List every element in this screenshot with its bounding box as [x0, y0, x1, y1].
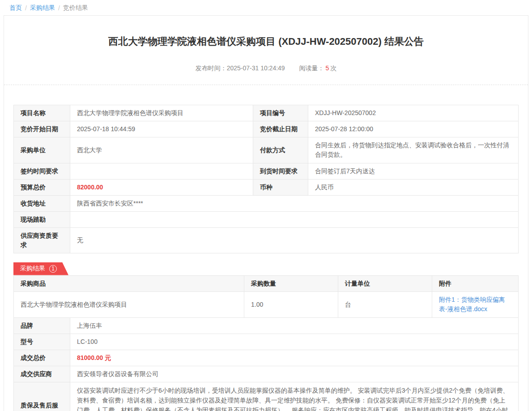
- table-row: 品牌 上海伍丰: [14, 317, 519, 334]
- table-row: 供应商资质要求 无: [14, 227, 519, 253]
- purchaser-value: 西北大学: [70, 137, 253, 163]
- view-count-value: 5: [326, 64, 329, 72]
- announcement-card: 西北大学物理学院液相色谱仪采购项目 (XDJJ-HW-202507002) 结果…: [4, 15, 528, 411]
- attachment-column-header: 附件: [432, 275, 519, 291]
- supplier-qualification-value: 无: [70, 227, 519, 253]
- project-info-table: 项目名称 西北大学物理学院液相色谱仪采购项目 项目编号 XDJJ-HW-2025…: [13, 105, 519, 253]
- breadcrumb-link-procurement-results[interactable]: 采购结果: [30, 4, 55, 12]
- unit-cell: 台: [338, 291, 432, 317]
- table-row: 签约时间要求 到货时间要求 合同签订后7天内送达: [14, 163, 519, 179]
- brand-label: 品牌: [14, 317, 70, 334]
- quantity-cell: 1.00: [244, 291, 338, 317]
- table-row: 收货地址 陕西省西安市长安区****: [14, 195, 519, 211]
- delivery-time-value: 合同签订后7天内送达: [308, 163, 519, 179]
- delivery-address-label: 收货地址: [14, 195, 70, 211]
- model-label: 型号: [14, 334, 70, 350]
- view-count: 阅读量：5次: [299, 64, 337, 72]
- table-row: 质保及售后服务 仪器安装调试时应进行不少于6小时的现场培训，受培训人员应能掌握仪…: [14, 382, 519, 411]
- attachment-cell: 附件1：货物类响应偏离表-液相色谱.docx: [432, 291, 519, 317]
- table-row: 现场踏勘: [14, 211, 519, 227]
- result-section-header: 采购结果 1: [13, 262, 519, 275]
- delivery-time-label: 到货时间要求: [253, 163, 308, 179]
- result-item-row: 西北大学物理学院液相色谱仪采购项目 1.00 台 附件1：货物类响应偏离表-液相…: [14, 291, 519, 317]
- bid-end-label: 竞价截止日期: [253, 121, 308, 137]
- breadcrumb-current-bidding-results: 竞价结果: [63, 4, 88, 12]
- table-row: 采购单位 西北大学 付款方式 合同生效后，待货物到达指定地点、安装调试验收合格后…: [14, 137, 519, 163]
- project-number-value: XDJJ-HW-202507002: [308, 105, 519, 121]
- warranty-service-value: 仪器安装调试时应进行不少于6小时的现场培训，受培训人员应能掌握仪器的基本操作及简…: [70, 382, 519, 411]
- budget-total-label: 预算总价: [14, 179, 70, 195]
- bid-start-label: 竞价开始日期: [14, 121, 70, 137]
- brand-value: 上海伍丰: [70, 317, 519, 334]
- procurement-result-table: 采购商品 采购数量 计量单位 附件 西北大学物理学院液相色谱仪采购项目 1.00…: [13, 275, 519, 411]
- table-row: 成交供应商 西安领导者仪器设备有限公司: [14, 366, 519, 382]
- project-number-label: 项目编号: [253, 105, 308, 121]
- view-count-unit: 次: [330, 64, 336, 72]
- winning-supplier-label: 成交供应商: [14, 366, 70, 382]
- product-column-header: 采购商品: [14, 275, 244, 291]
- publish-time-label: 发布时间：: [196, 64, 227, 72]
- bid-start-value: 2025-07-18 10:44:59: [70, 121, 253, 137]
- table-row: 成交总价 81000.00 元: [14, 350, 519, 366]
- deal-total-price-value: 81000.00 元: [70, 350, 519, 366]
- publish-meta: 发布时间：2025-07-31 10:24:49 阅读量：5次: [31, 64, 501, 73]
- attachment-link[interactable]: 附件1：货物类响应偏离表-液相色谱.docx: [439, 296, 505, 313]
- table-header-row: 采购商品 采购数量 计量单位 附件: [14, 275, 519, 291]
- result-badge-label: 采购结果: [20, 265, 45, 273]
- breadcrumb: 首页 / 采购结果 / 竞价结果: [0, 0, 532, 15]
- winning-supplier-value: 西安领导者仪器设备有限公司: [70, 366, 519, 382]
- table-row: 项目名称 西北大学物理学院液相色谱仪采购项目 项目编号 XDJJ-HW-2025…: [14, 105, 519, 121]
- announcement-header: 西北大学物理学院液相色谱仪采购项目 (XDJJ-HW-202507002) 结果…: [4, 16, 528, 85]
- payment-method-label: 付款方式: [253, 137, 308, 163]
- project-name-label: 项目名称: [14, 105, 70, 121]
- payment-method-value: 合同生效后，待货物到达指定地点、安装调试验收合格后，一次性付清合同货款。: [308, 137, 519, 163]
- site-survey-label: 现场踏勘: [14, 211, 70, 227]
- project-name-value: 西北大学物理学院液相色谱仪采购项目: [70, 105, 253, 121]
- currency-value: 人民币: [308, 179, 519, 195]
- table-row: 预算总价 82000.00 币种 人民币: [14, 179, 519, 195]
- breadcrumb-separator: /: [25, 4, 27, 12]
- page-title: 西北大学物理学院液相色谱仪采购项目 (XDJJ-HW-202507002) 结果…: [31, 35, 501, 48]
- product-name-cell: 西北大学物理学院液相色谱仪采购项目: [14, 291, 244, 317]
- currency-label: 币种: [253, 179, 308, 195]
- purchaser-label: 采购单位: [14, 137, 70, 163]
- result-badge: 采购结果 1: [13, 262, 68, 275]
- supplier-qualification-label: 供应商资质要求: [14, 227, 70, 253]
- deal-total-price-label: 成交总价: [14, 350, 70, 366]
- breadcrumb-link-home[interactable]: 首页: [9, 4, 22, 12]
- signing-time-label: 签约时间要求: [14, 163, 70, 179]
- table-row: 竞价开始日期 2025-07-18 10:44:59 竞价截止日期 2025-0…: [14, 121, 519, 137]
- announcement-body: 项目名称 西北大学物理学院液相色谱仪采购项目 项目编号 XDJJ-HW-2025…: [4, 85, 528, 411]
- model-value: LC-100: [70, 334, 519, 350]
- table-row: 型号 LC-100: [14, 334, 519, 350]
- signing-time-value: [70, 163, 253, 179]
- budget-total-value: 82000.00: [70, 179, 253, 195]
- warranty-service-label: 质保及售后服务: [14, 382, 70, 411]
- result-count-badge: 1: [49, 265, 57, 273]
- publish-time-value: 2025-07-31 10:24:49: [227, 64, 285, 72]
- site-survey-value: [70, 211, 519, 227]
- bid-end-value: 2025-07-28 12:00:00: [308, 121, 519, 137]
- quantity-column-header: 采购数量: [244, 275, 338, 291]
- delivery-address-value: 陕西省西安市长安区****: [70, 195, 519, 211]
- view-count-label: 阅读量：: [299, 64, 324, 72]
- unit-column-header: 计量单位: [338, 275, 432, 291]
- publish-time: 发布时间：2025-07-31 10:24:49: [196, 64, 285, 72]
- breadcrumb-separator: /: [58, 4, 60, 12]
